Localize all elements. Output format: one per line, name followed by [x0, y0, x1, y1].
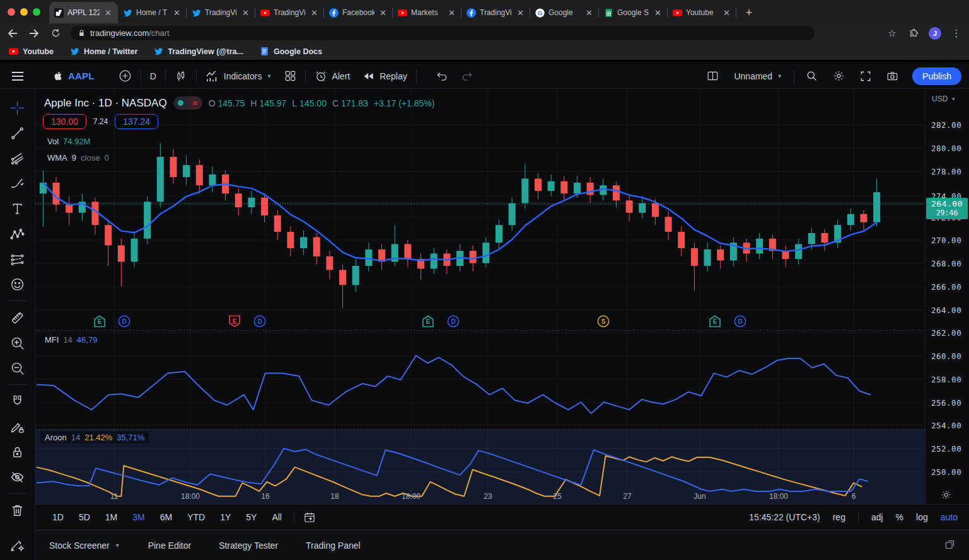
event-marker-d[interactable]: D: [734, 315, 746, 328]
browser-tab-6[interactable]: Markets✕: [393, 2, 461, 23]
remove-drawings-icon[interactable]: [6, 498, 30, 523]
crosshair-icon[interactable]: [6, 95, 30, 120]
tab-close-icon[interactable]: ✕: [653, 8, 663, 18]
range-button-6m[interactable]: 6M: [154, 510, 178, 525]
auto-scale-toggle[interactable]: auto: [941, 512, 958, 522]
range-button-all[interactable]: All: [266, 510, 287, 525]
tab-close-icon[interactable]: ✕: [722, 8, 731, 18]
extensions-icon[interactable]: [907, 28, 920, 38]
zoom-out-icon[interactable]: [6, 355, 30, 380]
range-button-ytd[interactable]: YTD: [182, 510, 211, 525]
symbol-title[interactable]: Apple Inc · 1D · NASDAQ: [44, 97, 167, 110]
range-button-1m[interactable]: 1M: [100, 510, 123, 525]
drawing-mode-icon[interactable]: [6, 414, 30, 439]
profile-avatar[interactable]: J: [929, 27, 941, 40]
symbol-search-button[interactable]: AAPL: [47, 66, 101, 86]
indicators-button[interactable]: Indicators ▼: [199, 66, 279, 86]
range-button-1y[interactable]: 1Y: [214, 510, 236, 525]
wma-legend[interactable]: WMA9close0: [43, 152, 113, 164]
browser-tab-1[interactable]: APPL 122✕: [49, 2, 118, 23]
alert-button[interactable]: Alert: [308, 66, 356, 86]
range-button-5d[interactable]: 5D: [73, 510, 96, 525]
volume-legend[interactable]: Vol74.92M: [43, 135, 95, 147]
go-to-date-icon[interactable]: [301, 507, 318, 527]
publish-button[interactable]: Publish: [912, 67, 961, 85]
magnet-icon[interactable]: [6, 389, 30, 414]
percent-toggle[interactable]: %: [896, 512, 903, 522]
screenshot-camera-icon[interactable]: [880, 66, 905, 86]
tab-close-icon[interactable]: ✕: [447, 8, 456, 18]
maximize-window-button[interactable]: [33, 8, 40, 16]
bottom-tab-strategy-tester[interactable]: Strategy Tester: [219, 540, 278, 551]
browser-tab-9[interactable]: Google S✕: [599, 2, 668, 23]
pitchfork-icon[interactable]: [6, 146, 30, 171]
bottom-tab-stock-screener[interactable]: Stock Screener▼: [49, 540, 120, 551]
chart-type-icon[interactable]: [168, 66, 194, 86]
panel-expand-icon[interactable]: [944, 539, 955, 552]
main-menu-icon[interactable]: [5, 66, 30, 86]
bookmark-star-icon[interactable]: ☆: [886, 28, 898, 39]
tab-close-icon[interactable]: ✕: [516, 8, 525, 18]
close-window-button[interactable]: [8, 8, 15, 16]
bookmark-item-1[interactable]: Youtube: [9, 47, 54, 56]
layout-name-button[interactable]: Unnamed▼: [728, 66, 789, 86]
tab-close-icon[interactable]: ✕: [584, 8, 594, 18]
browser-tab-5[interactable]: Facebook✕: [324, 2, 393, 23]
browser-tab-7[interactable]: TradingVi✕: [461, 2, 530, 23]
browser-tab-10[interactable]: Youtube✕: [668, 2, 736, 23]
trend-line-icon[interactable]: [6, 120, 30, 146]
event-marker-e[interactable]: E: [709, 315, 721, 328]
market-status-pill[interactable]: ≈: [173, 96, 202, 110]
mfi-legend[interactable]: MFI1446,79: [40, 334, 102, 346]
bookmark-item-4[interactable]: Google Docs: [260, 47, 322, 56]
interval-button[interactable]: D: [144, 66, 163, 86]
undo-icon[interactable]: [429, 66, 455, 86]
brush-icon[interactable]: [6, 171, 30, 196]
text-icon[interactable]: [6, 196, 30, 221]
event-marker-d[interactable]: D: [118, 315, 131, 328]
new-tab-button[interactable]: +: [740, 4, 758, 21]
chart-settings-icon[interactable]: [827, 66, 851, 86]
browser-tab-3[interactable]: TradingVi✕: [187, 2, 255, 23]
alert-price-high[interactable]: 137.24: [115, 114, 158, 129]
forecast-icon[interactable]: [6, 246, 30, 271]
bottom-tab-trading-panel[interactable]: Trading Panel: [306, 540, 361, 551]
back-icon[interactable]: [6, 29, 19, 38]
time-axis[interactable]: 1118:00161818:00232527Jun18:006: [35, 492, 925, 503]
session-toggle[interactable]: reg: [833, 512, 845, 522]
currency-selector[interactable]: USD▼: [932, 94, 956, 103]
emoji-icon[interactable]: [6, 271, 30, 297]
adjust-toggle[interactable]: adj: [871, 512, 883, 522]
event-marker-d[interactable]: D: [253, 315, 266, 328]
layout-templates-icon[interactable]: [278, 66, 303, 86]
event-marker-s[interactable]: S: [597, 315, 610, 328]
hide-drawings-icon[interactable]: [6, 464, 30, 489]
url-input[interactable]: tradingview.com/chart: [71, 26, 815, 40]
event-marker-e[interactable]: E: [228, 315, 241, 328]
tab-close-icon[interactable]: ✕: [378, 8, 388, 18]
event-marker-e[interactable]: E: [422, 315, 434, 328]
browser-tab-4[interactable]: TradingVie✕: [255, 2, 324, 23]
minimize-window-button[interactable]: [20, 8, 28, 16]
zoom-in-icon[interactable]: [6, 330, 30, 355]
layout-select-icon[interactable]: [700, 66, 725, 86]
tab-close-icon[interactable]: ✕: [310, 8, 319, 18]
bookmark-item-2[interactable]: Home / Twitter: [70, 47, 137, 56]
bookmark-item-3[interactable]: TradingView (@tra...: [154, 47, 243, 56]
tab-close-icon[interactable]: ✕: [103, 8, 113, 18]
alert-price-low[interactable]: 130.00: [43, 114, 86, 129]
tab-close-icon[interactable]: ✕: [241, 8, 250, 18]
fullscreen-icon[interactable]: [854, 66, 878, 86]
range-button-1d[interactable]: 1D: [47, 510, 69, 525]
browser-tab-2[interactable]: Home / T✕: [118, 2, 187, 23]
reload-icon[interactable]: [49, 28, 62, 38]
tab-close-icon[interactable]: ✕: [172, 8, 182, 18]
price-axis[interactable]: USD▼ 282.00280.00278.00274.00272.00270.0…: [925, 89, 969, 504]
range-button-3m[interactable]: 3M: [127, 510, 150, 525]
favorite-drawings-icon[interactable]: [6, 532, 30, 557]
theme-sun-icon[interactable]: [941, 489, 951, 503]
chart-legend[interactable]: Apple Inc · 1D · NASDAQ ≈ O145.75 H145.9…: [43, 95, 438, 111]
price-chart-canvas[interactable]: [35, 89, 925, 504]
aroon-legend[interactable]: Aroon1421.42%35,71%: [40, 431, 149, 443]
replay-button[interactable]: Replay: [356, 66, 414, 86]
